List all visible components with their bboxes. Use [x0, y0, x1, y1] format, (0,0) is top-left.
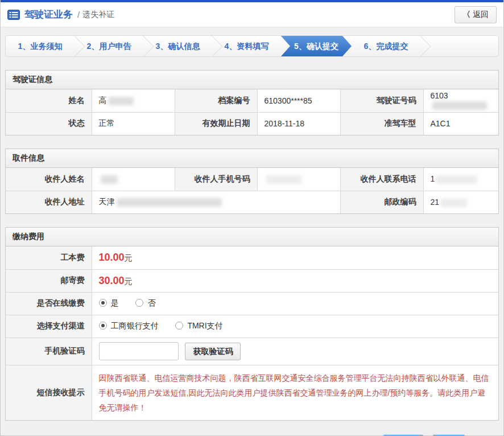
postal-code-label: 邮政编码 — [340, 191, 423, 213]
work-fee-label: 工本费 — [6, 246, 92, 269]
page-header: 驾驶证业务 / 遗失补证 〈返回 — [1, 2, 503, 27]
recipient-mobile-label: 收件人手机号码 — [175, 168, 257, 191]
step-6-complete-submit[interactable]: 6、完成提交 — [352, 36, 420, 56]
redaction-blur — [109, 97, 134, 105]
mail-fee-value: 30.00元 — [92, 269, 498, 292]
sms-notice-label: 短信接收提示 — [6, 365, 92, 420]
payment-table: 工本费 10.00元 邮寄费 30.00元 是否在线缴费 是 否 选择支付渠道 … — [6, 246, 498, 420]
name-value: 高 — [92, 89, 175, 112]
channel-tmri-radio[interactable] — [175, 322, 183, 330]
recipient-phone-value: 1 — [423, 168, 498, 191]
work-fee-value: 10.00元 — [92, 246, 498, 269]
pickup-info-table: 收件人姓名 收件人手机号码 收件人联系电话 1 收件人地址 天津 邮政编码 21 — [6, 168, 498, 213]
table-row: 手机验证码 获取验证码 — [6, 338, 498, 365]
back-button[interactable]: 〈返回 — [455, 6, 497, 23]
sms-notice-text: 因陕西省联通、电信运营商技术问题，陕西省互联网交通安全综合服务管理平台无法向持陕… — [92, 365, 499, 420]
step-1-business-notice[interactable]: 1、业务须知 — [6, 36, 75, 56]
table-row: 选择支付渠道 工商银行支付 TMRI支付 — [6, 315, 498, 338]
vehicle-class-value: A1C1 — [423, 112, 498, 135]
payment-section: 缴纳费用 工本费 10.00元 邮寄费 30.00元 是否在线缴费 是 否 选择… — [5, 227, 499, 421]
online-pay-no-radio[interactable] — [135, 299, 143, 307]
recipient-name-value — [92, 168, 175, 191]
license-info-title: 驾驶证信息 — [6, 71, 498, 89]
file-number-label: 档案编号 — [175, 89, 257, 112]
redaction-blur — [117, 198, 222, 207]
pickup-info-title: 取件信息 — [6, 149, 498, 168]
recipient-phone-label: 收件人联系电话 — [340, 168, 423, 191]
step-wizard: 1、业务须知 2、用户申告 3、确认信息 4、资料填写 5、确认提交 6、完成提… — [5, 35, 499, 57]
table-row: 收件人地址 天津 邮政编码 21 — [6, 191, 498, 213]
redaction-blur — [266, 175, 301, 184]
license-info-table: 姓名 高 档案编号 610300****85 驾驶证号码 6103 状态 正常 … — [6, 89, 498, 135]
license-business-icon — [7, 10, 20, 20]
redaction-blur — [441, 199, 467, 207]
recipient-address-value: 天津 — [92, 191, 340, 213]
recipient-name-label: 收件人姓名 — [6, 168, 92, 191]
expiry-value: 2018-11-18 — [257, 112, 340, 135]
channel-tmri-label[interactable]: TMRI支付 — [187, 321, 222, 330]
online-pay-yes-label[interactable]: 是 — [111, 298, 119, 307]
pay-channel-label: 选择支付渠道 — [6, 315, 92, 338]
license-info-section: 驾驶证信息 姓名 高 档案编号 610300****85 驾驶证号码 6103 … — [5, 70, 499, 135]
table-row: 短信接收提示 因陕西省联通、电信运营商技术问题，陕西省互联网交通安全综合服务管理… — [6, 365, 498, 420]
name-label: 姓名 — [6, 89, 92, 112]
mail-fee-unit: 元 — [125, 277, 133, 286]
recipient-mobile-value — [257, 168, 340, 191]
work-fee-unit: 元 — [125, 253, 133, 262]
table-row: 状态 正常 有效期止日期 2018-11-18 准驾车型 A1C1 — [6, 112, 498, 135]
mail-fee-label: 邮寄费 — [6, 269, 92, 292]
step-5-confirm-submit[interactable]: 5、确认提交 — [281, 36, 352, 56]
table-row: 邮寄费 30.00元 — [6, 269, 498, 292]
sms-code-input[interactable] — [99, 342, 179, 360]
vehicle-class-label: 准驾车型 — [340, 112, 423, 135]
redaction-blur — [101, 175, 118, 184]
sms-code-field: 获取验证码 — [92, 338, 498, 365]
back-chevron-icon: 〈 — [462, 10, 470, 19]
recipient-address-label: 收件人地址 — [6, 191, 92, 213]
pickup-info-section: 取件信息 收件人姓名 收件人手机号码 收件人联系电话 1 收件人地址 天津 邮政… — [5, 149, 499, 214]
expiry-label: 有效期止日期 — [175, 112, 257, 135]
get-code-button[interactable]: 获取验证码 — [185, 343, 241, 360]
table-row: 是否在线缴费 是 否 — [6, 292, 498, 315]
table-row: 姓名 高 档案编号 610300****85 驾驶证号码 6103 — [6, 89, 498, 112]
channel-icbc-radio[interactable] — [99, 322, 107, 330]
online-pay-label: 是否在线缴费 — [6, 292, 92, 315]
table-row: 工本费 10.00元 — [6, 246, 498, 269]
channel-icbc-label[interactable]: 工商银行支付 — [111, 321, 159, 330]
work-fee-amount: 10.00 — [99, 252, 125, 263]
redaction-blur — [432, 101, 487, 110]
file-number-value: 610300****85 — [257, 89, 340, 112]
redaction-blur — [436, 175, 477, 184]
sms-notice-cell: 因陕西省联通、电信运营商技术问题，陕西省互联网交通安全综合服务管理平台无法向持陕… — [92, 365, 498, 420]
breadcrumb-divider: / — [77, 10, 80, 19]
license-number-value: 6103 — [423, 89, 498, 112]
mail-fee-amount: 30.00 — [99, 275, 125, 286]
license-number-label: 驾驶证号码 — [340, 89, 423, 112]
online-pay-options: 是 否 — [92, 292, 498, 315]
status-value: 正常 — [92, 112, 175, 135]
online-pay-no-label[interactable]: 否 — [147, 298, 155, 307]
postal-code-value: 21 — [423, 191, 498, 213]
page-title: 驾驶证业务 — [24, 8, 73, 21]
pay-channel-options: 工商银行支付 TMRI支付 — [92, 315, 498, 338]
status-label: 状态 — [6, 112, 92, 135]
main-content: 1、业务须知 2、用户申告 3、确认信息 4、资料填写 5、确认提交 6、完成提… — [1, 27, 503, 436]
table-row: 收件人姓名 收件人手机号码 收件人联系电话 1 — [6, 168, 498, 191]
sms-code-label: 手机验证码 — [6, 338, 92, 365]
payment-title: 缴纳费用 — [6, 228, 498, 246]
online-pay-yes-radio[interactable] — [99, 299, 107, 307]
breadcrumb-current: 遗失补证 — [82, 10, 114, 20]
